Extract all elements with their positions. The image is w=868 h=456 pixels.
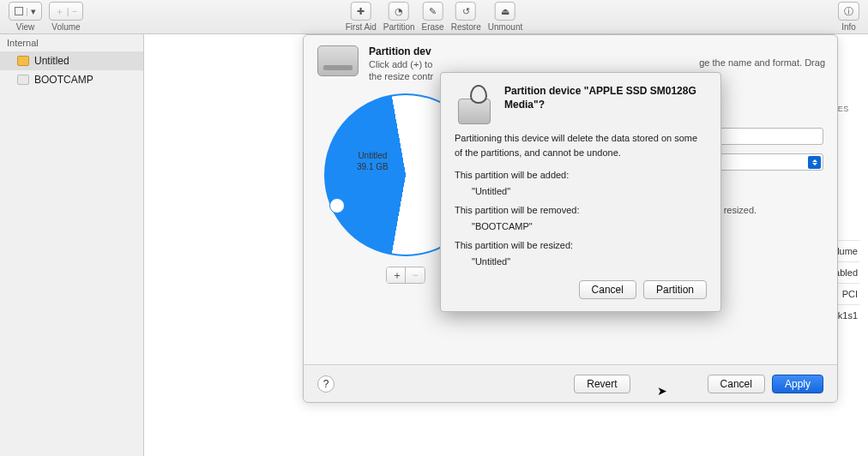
hdd-icon xyxy=(17,75,29,85)
help-button[interactable]: ? xyxy=(317,375,335,393)
sheet-desc2: the resize contr xyxy=(369,71,433,81)
sheet-title: Partition dev xyxy=(369,45,433,57)
first-aid-button[interactable]: ✚ xyxy=(351,2,371,21)
disk-utility-icon xyxy=(455,85,496,126)
sidebar-item-label: BOOTCAMP xyxy=(34,74,93,86)
plus-icon: ＋ xyxy=(55,5,64,18)
cancel-button[interactable]: Cancel xyxy=(708,375,765,393)
pie-icon: ◔ xyxy=(395,6,403,17)
erase-button[interactable]: ✎ xyxy=(423,2,443,21)
add-remove-segmented: ＋ − xyxy=(386,267,425,284)
sheet-footer: ? Revert Cancel Apply xyxy=(304,364,837,402)
hdd-icon xyxy=(17,56,29,66)
info-icon: ⓘ xyxy=(844,5,853,18)
drive-icon xyxy=(317,45,359,76)
toolbar-label-view: View xyxy=(16,22,35,32)
sidebar: Internal Untitled BOOTCAMP xyxy=(0,34,144,456)
window: | ▾ View ＋ | − Volume ✚First Aid ◔Partit… xyxy=(0,0,868,456)
dialog-body: Partitioning this device will delete the… xyxy=(455,131,707,268)
revert-button[interactable]: Revert xyxy=(574,375,630,393)
erase-icon: ✎ xyxy=(429,6,437,17)
view-segmented[interactable]: | ▾ xyxy=(9,2,42,21)
toolbar-label-erase: Erase xyxy=(422,22,444,32)
confirm-dialog: Partition device "APPLE SSD SM0128G Medi… xyxy=(440,72,721,312)
restore-button[interactable]: ↺ xyxy=(455,2,476,21)
sheet-desc-extra: ge the name and format. Drag xyxy=(699,57,825,68)
toolbar-label-partition: Partition xyxy=(383,22,415,32)
add-partition-button[interactable]: ＋ xyxy=(387,267,406,283)
sidebar-item-label: Untitled xyxy=(34,55,69,67)
restore-icon: ↺ xyxy=(462,6,470,17)
dialog-partition-button[interactable]: Partition xyxy=(643,280,707,299)
toolbar-label-firstaid: First Aid xyxy=(346,22,377,32)
toolbar-label-restore: Restore xyxy=(451,22,481,32)
pie-segment-label: Untitled39.1 GB xyxy=(357,150,389,172)
stethoscope-icon: ✚ xyxy=(357,6,365,17)
sheet-desc1: Click add (+) to xyxy=(369,59,433,69)
toolbar-label-unmount: Unmount xyxy=(488,22,523,32)
chevron-down-icon: ▾ xyxy=(31,6,36,17)
sidebar-item-untitled[interactable]: Untitled xyxy=(0,51,143,70)
sidebar-item-bootcamp[interactable]: BOOTCAMP xyxy=(0,70,143,89)
cursor-icon: ➤ xyxy=(657,384,667,398)
minus-icon: − xyxy=(72,6,77,16)
toolbar-label-volume: Volume xyxy=(51,22,80,32)
dialog-cancel-button[interactable]: Cancel xyxy=(579,280,636,299)
content-area: 41 GB SHARED BY 4 VOLUMES APFS Volume En… xyxy=(144,34,868,456)
volume-segmented[interactable]: ＋ | − xyxy=(49,2,83,21)
apply-button[interactable]: Apply xyxy=(772,375,823,393)
info-button[interactable]: ⓘ xyxy=(838,2,859,21)
partition-button[interactable]: ◔ xyxy=(389,2,409,21)
toolbar: | ▾ View ＋ | − Volume ✚First Aid ◔Partit… xyxy=(0,0,868,34)
body: Internal Untitled BOOTCAMP 41 GB SHARED … xyxy=(0,34,868,456)
unmount-button[interactable]: ⏏ xyxy=(495,2,515,21)
square-icon xyxy=(15,7,23,15)
dialog-title: Partition device "APPLE SSD SM0128G Medi… xyxy=(504,85,707,126)
chevron-updown-icon xyxy=(808,156,821,169)
toolbar-label-info: Info xyxy=(841,22,856,32)
remove-partition-button: − xyxy=(406,267,425,283)
eject-icon: ⏏ xyxy=(501,6,509,17)
sidebar-header: Internal xyxy=(0,34,143,51)
